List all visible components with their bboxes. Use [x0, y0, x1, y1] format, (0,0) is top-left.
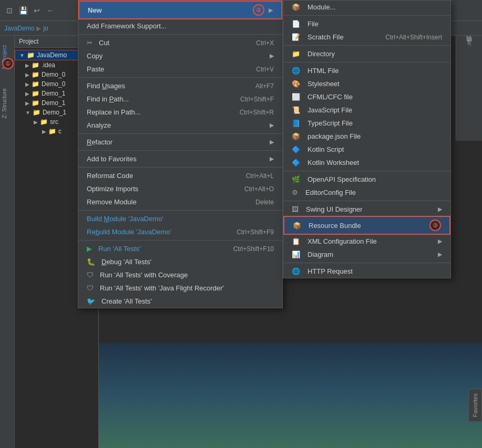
tree-arrow: ▼	[19, 53, 25, 58]
menu-item-remove-module[interactable]: Remove Module Delete	[78, 195, 282, 209]
folder-icon-demo1c: 📁	[33, 109, 40, 116]
menu-create-label: Create 'All Tests'	[101, 297, 152, 305]
favorites-tab[interactable]: Favorites	[468, 389, 482, 422]
menu-find-path-shortcut: Ctrl+Shift+F	[240, 96, 274, 103]
menu-item-cfml[interactable]: ⬜ CFML/CFC file	[283, 90, 450, 103]
kotlin-worksheet-icon: 🔷	[292, 159, 300, 166]
menu-item-add-framework[interactable]: Add Framework Support...	[78, 19, 282, 33]
menu-item-find-usages[interactable]: Find Usages Alt+F7	[78, 79, 282, 92]
menu-html-label: HTML File	[307, 67, 339, 75]
separator	[283, 62, 450, 62]
tree-label-demo1a: Demo_1	[42, 90, 65, 97]
menu-refactor-arrow: ▶	[270, 139, 274, 145]
tree-arrow: ▶	[34, 119, 38, 125]
sidebar-tab-structure[interactable]: Z: Structure	[0, 84, 8, 122]
menu-item-copy[interactable]: Copy ▶	[78, 49, 282, 62]
tree-label-javademo: JavaDemo	[37, 51, 67, 59]
menu-item-replace-path[interactable]: Replace in Path... Ctrl+Shift+R	[78, 106, 282, 119]
menu-item-editorconfig[interactable]: ⚙ EditorConfig File	[283, 186, 450, 199]
tree-arrow: ▶	[25, 81, 29, 87]
menu-item-typescript[interactable]: 📘 TypeScript File	[283, 117, 450, 130]
menu-item-javascript[interactable]: 📜 JavaScript File	[283, 103, 450, 117]
menu-item-http[interactable]: 🌐 HTTP Request	[283, 265, 450, 278]
menu-item-find-path[interactable]: Find in Path... Ctrl+Shift+F	[78, 92, 282, 106]
menu-item-html[interactable]: 🌐 HTML File	[283, 64, 450, 77]
menu-find-usages-label: Find Usages	[87, 82, 125, 90]
menu-xml-arrow: ▶	[438, 238, 442, 245]
folder-icon-idea: 📁	[32, 61, 39, 69]
run-icon: ▶	[87, 245, 92, 253]
menu-item-new[interactable]: New ② ▶	[78, 1, 282, 19]
menu-directory-label: Directory	[307, 50, 335, 58]
breadcrumb-jo[interactable]: jo	[43, 25, 48, 32]
tree-arrow: ▶	[25, 72, 29, 78]
menu-item-directory[interactable]: 📁 Directory	[283, 47, 450, 60]
menu-http-label: HTTP Request	[307, 267, 353, 275]
javascript-icon: 📜	[292, 106, 300, 114]
menu-item-add-favorites[interactable]: Add to Favorites ▶	[78, 152, 282, 165]
menu-replace-path-shortcut: Ctrl+Shift+R	[240, 109, 274, 116]
menu-item-file[interactable]: 📄 File	[283, 17, 450, 30]
menu-item-stylesheet[interactable]: 🎨 Stylesheet	[283, 77, 450, 90]
breadcrumb-javademo[interactable]: JavaDemo	[4, 25, 34, 32]
menu-analyze-label: Analyze	[87, 121, 111, 129]
menu-run-shortcut: Ctrl+Shift+F10	[233, 245, 274, 253]
module-icon: 📦	[292, 3, 300, 11]
badge-2: ②	[253, 4, 264, 16]
editorconfig-icon: ⚙	[292, 189, 298, 196]
http-icon: 🌐	[292, 267, 300, 275]
badge-1: ①	[2, 58, 14, 69]
badge-3: ③	[429, 220, 441, 231]
menu-item-kotlin-script[interactable]: 🔷 Kotlin Script	[283, 143, 450, 156]
toolbar-back-icon[interactable]: ←	[45, 5, 56, 16]
menu-item-run[interactable]: ▶ Run 'All Tests' Ctrl+Shift+F10	[78, 242, 282, 255]
menu-item-resource-bundle[interactable]: 📦 Resource Bundle ③	[283, 216, 450, 235]
menu-item-paste[interactable]: Paste Ctrl+V	[78, 62, 282, 76]
menu-item-openapi[interactable]: 🌿 OpenAPI Specification	[283, 173, 450, 186]
menu-diagram-arrow: ▶	[438, 251, 442, 258]
cut-icon: ✂	[87, 39, 93, 47]
menu-item-module[interactable]: 📦 Module...	[283, 1, 450, 14]
menu-item-run-jfr[interactable]: 🛡 Run 'All Tests' with 'Java Flight Reco…	[78, 282, 282, 295]
menu-remove-module-label: Remove Module	[87, 198, 137, 206]
xml-icon: 📋	[292, 237, 300, 245]
toolbar-refresh-icon[interactable]: ↩	[32, 5, 42, 16]
menu-item-build[interactable]: Build Module 'JavaDemo'	[78, 212, 282, 225]
tree-label-demo1b: Demo_1	[42, 99, 65, 107]
menu-item-cut[interactable]: ✂ Cut Ctrl+X	[78, 36, 282, 49]
toolbar-disk-icon[interactable]: 💾	[18, 5, 28, 16]
separator	[283, 171, 450, 171]
menu-item-kotlin-worksheet[interactable]: 🔷 Kotlin Worksheet	[283, 156, 450, 169]
menu-add-framework-label: Add Framework Support...	[87, 22, 167, 30]
menu-item-reformat[interactable]: Reformat Code Ctrl+Alt+L	[78, 169, 282, 182]
right-panel: 说明.m	[456, 36, 482, 141]
menu-item-xml[interactable]: 📋 XML Configuration File ▶	[283, 235, 450, 248]
menu-add-favorites-arrow: ▶	[270, 155, 274, 162]
menu-item-diagram[interactable]: 📊 Diagram ▶	[283, 248, 450, 261]
separator	[283, 15, 450, 16]
resource-bundle-icon: 📦	[293, 222, 301, 230]
menu-jfr-label: Run 'All Tests' with 'Java Flight Record…	[100, 284, 224, 292]
stylesheet-icon: 🎨	[292, 80, 300, 88]
tree-label-idea: .idea	[42, 61, 55, 69]
create-icon: 🐦	[87, 297, 95, 305]
menu-item-packagejson[interactable]: 📦 package.json File	[283, 130, 450, 143]
context-menu-left: New ② ▶ Add Framework Support... ✂ Cut C…	[78, 0, 283, 308]
menu-editorconfig-label: EditorConfig File	[305, 189, 356, 196]
menu-xml-label: XML Configuration File	[307, 237, 377, 245]
menu-item-run-coverage[interactable]: 🛡 Run 'All Tests' with Coverage	[78, 268, 282, 282]
menu-item-swing[interactable]: 🖼 Swing UI Designer ▶	[283, 203, 450, 216]
menu-file-label: File	[307, 20, 319, 28]
menu-item-refactor[interactable]: Refactor ▶	[78, 136, 282, 149]
menu-module-label: Module...	[307, 3, 335, 11]
menu-item-rebuild[interactable]: Rebuild Module 'JavaDemo' Ctrl+Shift+F9	[78, 225, 282, 238]
menu-refactor-label: Refactor	[87, 138, 112, 146]
menu-item-analyze[interactable]: Analyze ▶	[78, 119, 282, 132]
menu-item-optimize[interactable]: Optimize Imports Ctrl+Alt+O	[78, 182, 282, 195]
separator	[283, 45, 450, 46]
menu-item-scratch[interactable]: 📝 Scratch File Ctrl+Alt+Shift+Insert	[283, 30, 450, 44]
menu-item-create[interactable]: 🐦 Create 'All Tests'	[78, 295, 282, 308]
menu-item-debug[interactable]: 🐛 Debug 'All Tests'	[78, 255, 282, 268]
tree-arrow: ▶	[42, 129, 46, 134]
toolbar-save-icon[interactable]: ⊡	[4, 5, 15, 16]
